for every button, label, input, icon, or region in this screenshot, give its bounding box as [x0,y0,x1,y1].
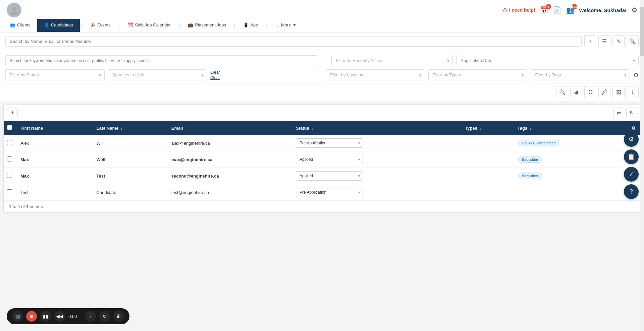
recently-active-select[interactable]: Filter by Recently Active [331,55,453,66]
nav-shift-calendar[interactable]: 📆 Shift Job Calendar [121,19,177,32]
download-btn[interactable]: ⇓ [627,86,639,98]
table-header-actions: + ⇄ ↻ [4,105,640,121]
table-row: AlexWalex@enginehire.caPre ApplicationAp… [4,135,640,151]
calendar-badge: 6 [546,4,551,9]
list-view-btn[interactable]: ☰ [598,35,610,47]
types-filter-select[interactable]: Filter by Types [428,69,528,80]
types-cell [462,135,514,151]
email-col-label: Email [171,126,183,131]
status-th[interactable]: Status ↕ [292,121,462,135]
email-cell: test@enginehire.ca [168,184,292,201]
check-float-btn[interactable]: ✓ [624,167,639,182]
nav-clients[interactable]: 👥 Clients [3,19,37,32]
email-th[interactable]: Email ↕ [168,121,292,135]
status-select-0[interactable]: Pre ApplicationAppliedScreenedInterviewe… [296,138,363,148]
search-btn[interactable]: 🔍 [627,35,639,47]
refresh-rec-btn[interactable]: ↻ [99,311,110,322]
locations-filter-select[interactable]: Filter by Locations [326,69,425,80]
clear-hide-link[interactable]: Clear [210,75,220,80]
email-cell: second@enginehire.ca [168,168,292,184]
scrollbar-thumb[interactable] [640,7,644,56]
grid-btn[interactable]: ⋮ [85,311,96,322]
row-checkbox-0[interactable] [7,140,12,145]
nav-candidates-label: Candidates [51,22,73,27]
help-label: I need help! [509,7,535,13]
top-bar: ⚠ I need help! 📅 6 📄 👥 571 Welcome, Sukh… [0,0,644,19]
tags-cell: Babysitter [514,151,627,168]
clear-links: Clear Clear [210,70,220,80]
nav-candidates[interactable]: 👤 Candidates [37,19,80,32]
view-controls: 🔍 ◕ ☷ 🔎 🖼 ⇓ [0,83,644,101]
delete-rec-btn[interactable]: 🗑 [113,311,124,322]
first-name-th[interactable]: First Name ↕ [17,121,93,135]
statuses-hide-select[interactable]: Statuses to Hide [108,69,207,80]
scrollbar[interactable] [640,0,644,331]
status-select-2[interactable]: Pre ApplicationAppliedScreenedInterviewe… [296,171,363,181]
rewind-btn[interactable]: ◀◀ [54,311,65,322]
nav-app[interactable]: 📱 App [236,19,265,32]
row-checkbox-1[interactable] [7,156,12,161]
last-name-th[interactable]: Last Name ↕ [93,121,168,135]
help-float-btn[interactable]: ? [624,184,639,199]
tags-th[interactable]: Tags ↕ [514,121,627,135]
types-filter-wrap: Filter by Types [428,69,528,80]
search-bar-row: + ☰ ✎ 🔍 [0,32,644,50]
search-view-btn[interactable]: 🔍 [556,86,568,98]
clear-status-link[interactable]: Clear [210,70,220,75]
types-th[interactable]: Types ↕ [462,121,514,135]
nav-placement-jobs[interactable]: 💼 Placement Jobs [181,19,233,32]
pie-chart-btn[interactable]: ◕ [570,86,582,98]
document-icon-btn[interactable]: 📄 [553,6,561,14]
nav-sep-3: | [177,23,181,28]
table-columns-btn[interactable]: ⇄ [613,108,624,118]
tags-sort-icon: ↕ [530,127,531,130]
status-filter-wrap: Filter by Status [5,69,105,80]
status-cell: Pre ApplicationAppliedScreenedInterviewe… [292,184,462,201]
pause-btn[interactable]: ▮▮ [40,311,51,322]
filter-gear-icon[interactable]: ⚙ [633,71,639,79]
row-checkbox-2[interactable] [7,173,12,178]
last-name-cell: Candidate [93,184,168,201]
select-all-checkbox[interactable] [7,125,12,130]
image-view-btn[interactable]: 🖼 [612,86,625,98]
add-row-btn[interactable]: + [7,108,18,118]
tags-cell [514,184,627,201]
help-button[interactable]: ⚠ I need help! [502,6,535,14]
zoom-btn[interactable]: 🔎 [598,86,610,98]
calendar-icon-btn[interactable]: 📅 6 [540,6,548,14]
first-name-cell: Max [17,168,93,184]
status-select-1[interactable]: Pre ApplicationAppliedScreenedInterviewe… [296,155,363,164]
tag-badge: Covid-19 Vaccinated [518,140,559,146]
tags-cell: Covid-19 Vaccinated [514,135,627,151]
first-name-sort-icon: ↕ [45,127,47,130]
table-refresh-btn[interactable]: ↻ [626,108,637,118]
keyword-search-input[interactable] [5,55,318,66]
main-search-input[interactable] [5,36,582,47]
users-icon-btn[interactable]: 👥 571 [566,6,575,14]
nav-events[interactable]: 🎉 Events [84,19,117,32]
stop-btn[interactable]: ■ [26,311,37,322]
clipboard-float-btn[interactable]: 📋 [624,149,639,164]
table-right-actions: ⇄ ↻ [613,108,637,118]
camera-btn[interactable]: 📹 [12,311,23,322]
nav-more[interactable]: … More ▼ [269,19,304,32]
clients-icon: 👥 [10,22,15,27]
tags-filter-select[interactable]: Filter by Tags [531,69,630,80]
settings-icon-btn[interactable]: ⚙ [631,6,637,14]
status-filter-select[interactable]: Filter by Status [5,69,105,80]
row-checkbox-3[interactable] [7,189,12,194]
first-name-cell: Test [17,184,93,201]
settings-float-btn[interactable]: ⚙ [624,132,639,147]
status-select-3[interactable]: Pre ApplicationAppliedScreenedInterviewe… [296,188,363,197]
users-badge: 571 [572,4,577,9]
status-sort-icon: ↕ [311,127,313,130]
grid-view-btn[interactable]: ☷ [584,86,596,98]
candidates-table: First Name ↕ Last Name ↕ Email ↕ Status … [4,121,640,201]
status-cell: Pre ApplicationAppliedScreenedInterviewe… [292,135,462,151]
app-icon: 📱 [243,22,249,27]
chart-view-btn[interactable]: ✎ [612,35,625,47]
nav-clients-label: Clients [17,22,31,27]
add-candidate-btn[interactable]: + [584,35,596,47]
recently-active-wrap: Filter by Recently Active [331,55,453,66]
application-date-select[interactable]: Application Date [456,55,639,66]
